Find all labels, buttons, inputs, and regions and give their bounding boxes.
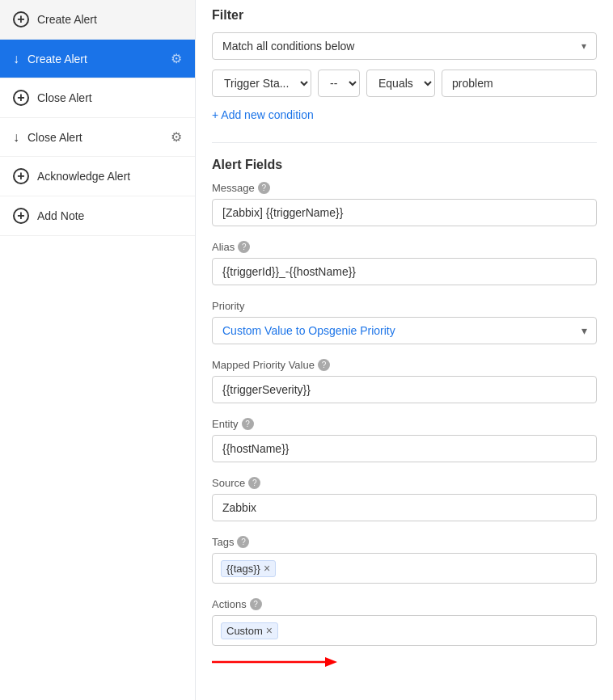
alias-input[interactable]: [212, 258, 597, 285]
sidebar-label-close-bottom: Close Alert: [27, 131, 171, 144]
action-value: Custom: [226, 625, 263, 637]
alias-field-group: Alias ?: [212, 241, 597, 285]
arrow-annotation: [212, 651, 597, 673]
sidebar: + Create Alert ↓ Create Alert ⚙ + Close …: [0, 0, 196, 700]
arrow-icon-close: ↓: [13, 130, 19, 145]
condition-value-input[interactable]: [442, 70, 597, 97]
entity-help-icon[interactable]: ?: [242, 418, 254, 430]
actions-label: Actions ?: [212, 598, 597, 610]
sidebar-item-close-alert-bottom[interactable]: ↓ Close Alert ⚙: [0, 118, 195, 157]
divider: [212, 142, 597, 143]
sidebar-label-note: Add Note: [37, 209, 182, 222]
entity-field-group: Entity ?: [212, 418, 597, 462]
gear-icon-close[interactable]: ⚙: [171, 129, 182, 145]
trigger-status-select[interactable]: Trigger Sta...: [212, 70, 311, 97]
mapped-priority-help-icon[interactable]: ?: [318, 359, 330, 371]
chevron-down-icon: ▾: [581, 40, 586, 52]
actions-container: Custom ×: [212, 615, 597, 646]
priority-label: Priority: [212, 300, 597, 312]
equals-select[interactable]: Equals: [366, 70, 435, 97]
sidebar-item-create-alert-active[interactable]: ↓ Create Alert ⚙: [0, 40, 195, 78]
sidebar-item-label-active: Create Alert: [27, 53, 171, 65]
plus-circle-icon-note: +: [13, 208, 29, 224]
priority-select-wrapper: Custom Value to Opsgenie Priority P1P2P3…: [212, 317, 597, 344]
sidebar-item-add-note[interactable]: + Add Note: [0, 196, 195, 236]
match-conditions-label: Match all conditions below: [222, 40, 354, 53]
red-arrow-svg: [212, 651, 341, 673]
source-field-group: Source ?: [212, 477, 597, 521]
main-content: Filter Match all conditions below ▾ Trig…: [196, 0, 613, 700]
plus-circle-icon-close: +: [13, 90, 29, 106]
alias-label: Alias ?: [212, 241, 597, 253]
sidebar-item-label: Create Alert: [37, 13, 182, 26]
actions-field-group: Actions ? Custom ×: [212, 598, 597, 673]
action-remove-icon[interactable]: ×: [266, 625, 273, 636]
add-condition-link[interactable]: + Add new condition: [212, 108, 314, 121]
gear-icon[interactable]: ⚙: [171, 51, 182, 66]
mapped-priority-input[interactable]: [212, 376, 597, 403]
action-badge-custom: Custom ×: [221, 622, 278, 639]
plus-circle-icon-ack: +: [13, 168, 29, 184]
priority-field-group: Priority Custom Value to Opsgenie Priori…: [212, 300, 597, 344]
message-field-group: Message ?: [212, 182, 597, 226]
mapped-priority-field-group: Mapped Priority Value ?: [212, 359, 597, 403]
arrow-icon: ↓: [13, 52, 19, 66]
plus-circle-icon: +: [13, 11, 29, 27]
priority-select[interactable]: Custom Value to Opsgenie Priority P1P2P3…: [212, 317, 597, 344]
alias-help-icon[interactable]: ?: [238, 241, 250, 253]
source-input[interactable]: [212, 494, 597, 521]
mapped-priority-label: Mapped Priority Value ?: [212, 359, 597, 371]
sidebar-label-close-top: Close Alert: [37, 91, 182, 104]
entity-input[interactable]: [212, 435, 597, 462]
actions-help-icon[interactable]: ?: [250, 598, 262, 610]
message-label: Message ?: [212, 182, 597, 194]
tags-field-group: Tags ? {{tags}} ×: [212, 536, 597, 584]
tag-badge-tags: {{tags}} ×: [221, 560, 276, 577]
condition-row: Trigger Sta... -- Equals: [212, 70, 597, 97]
tags-label: Tags ?: [212, 536, 597, 548]
alert-fields-section: Alert Fields Message ? Alias ? Priority: [212, 151, 597, 673]
message-input[interactable]: [212, 199, 597, 226]
entity-label: Entity ?: [212, 418, 597, 430]
source-label: Source ?: [212, 477, 597, 489]
svg-marker-1: [325, 657, 337, 667]
sidebar-label-ack: Acknowledge Alert: [37, 170, 182, 183]
tag-remove-icon[interactable]: ×: [264, 563, 270, 574]
filter-section: Filter Match all conditions below ▾ Trig…: [212, 0, 597, 134]
sidebar-item-create-alert-top[interactable]: + Create Alert: [0, 0, 195, 40]
source-help-icon[interactable]: ?: [248, 477, 260, 489]
tags-container: {{tags}} ×: [212, 553, 597, 584]
message-help-icon[interactable]: ?: [258, 182, 270, 194]
tag-value: {{tags}}: [226, 563, 260, 575]
sidebar-item-acknowledge-alert[interactable]: + Acknowledge Alert: [0, 157, 195, 196]
match-conditions-dropdown[interactable]: Match all conditions below ▾: [212, 32, 597, 60]
filter-title: Filter: [212, 8, 597, 23]
sidebar-item-close-alert-top[interactable]: + Close Alert: [0, 78, 195, 118]
alert-fields-title: Alert Fields: [212, 158, 597, 172]
tags-help-icon[interactable]: ?: [237, 536, 249, 548]
dash-select[interactable]: --: [318, 70, 360, 97]
